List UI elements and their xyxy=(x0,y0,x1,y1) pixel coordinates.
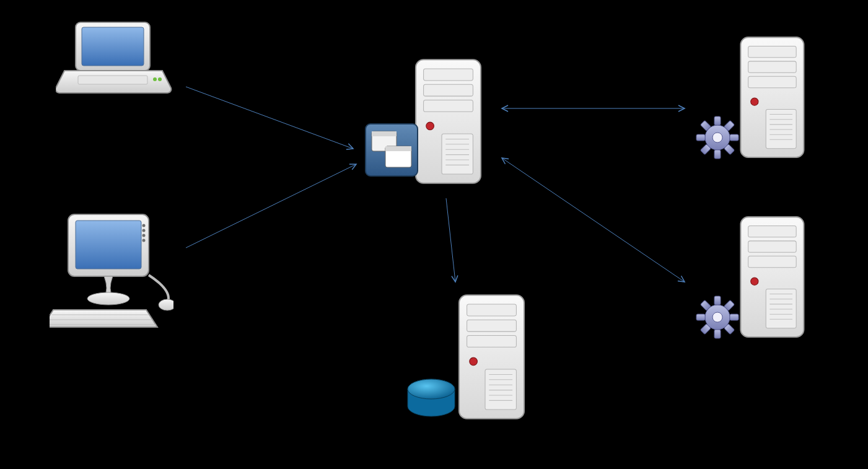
laptop-icon xyxy=(56,19,173,105)
backend-server-2 xyxy=(694,211,818,347)
connection-desktop_client-app_server xyxy=(186,164,356,248)
server-db-icon xyxy=(403,285,539,427)
server-app-icon xyxy=(359,50,496,192)
backend-server-1 xyxy=(694,31,818,167)
desktop-client xyxy=(50,211,173,335)
laptop-client xyxy=(56,19,173,105)
server-gear-icon xyxy=(694,211,818,347)
network-diagram xyxy=(0,0,868,469)
connection-app_server-db_server xyxy=(446,198,455,282)
connection-laptop_client-app_server xyxy=(186,87,353,149)
connection-app_server-backend_server_2 xyxy=(502,158,685,282)
server-gear-icon xyxy=(694,31,818,167)
db-server xyxy=(403,285,539,427)
desktop-icon xyxy=(50,211,173,335)
app-server xyxy=(359,50,496,192)
